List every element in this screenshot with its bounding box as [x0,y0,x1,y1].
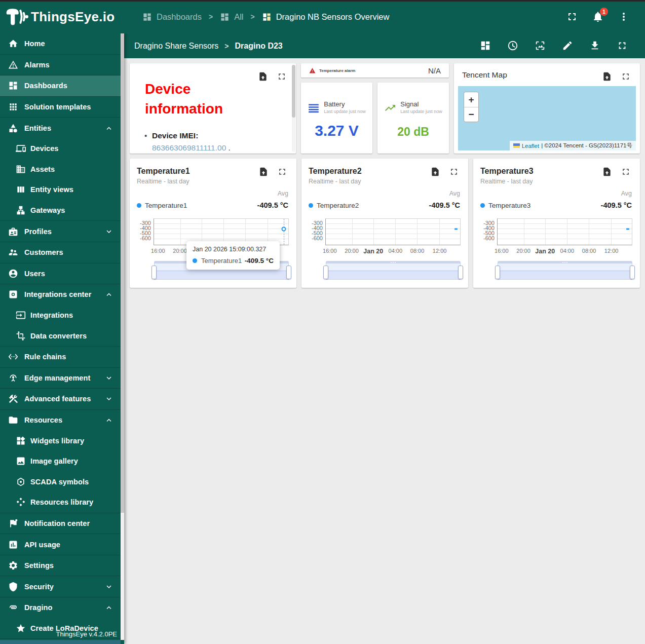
sidebar-item-dragino[interactable]: Dragino [0,597,121,618]
sidebar-item-gateways[interactable]: Gateways [0,200,121,221]
slider-right-handle[interactable] [630,266,635,279]
sidebar-item-data-converters[interactable]: Data converters [0,325,121,346]
breadcrumb-current[interactable]: Dragino NB Sensors Overview [262,12,390,22]
slider-left-handle[interactable] [495,266,500,279]
export-widget-icon[interactable] [602,71,612,82]
sidebar-item-resources-library[interactable]: Resources library [0,492,121,513]
sidebar-item-users[interactable]: Users [0,263,121,284]
chevron-up-icon[interactable] [104,290,113,299]
screenshot-icon[interactable] [535,40,547,52]
expand-widget-icon[interactable] [621,167,631,177]
sidebar-item-label: Rule chains [24,353,66,361]
sidebar-item-solution-templates[interactable]: Solution templates [0,97,121,118]
layouts-icon[interactable] [480,40,492,52]
sidebar-item-customers[interactable]: Customers [0,242,121,263]
widget-scrollbar-thumb[interactable] [292,65,295,118]
chart-legend[interactable]: Temperature1-409.5 °C [137,201,288,209]
export-widget-icon[interactable] [430,167,440,177]
sidebar-item-profiles[interactable]: Profiles [0,221,121,242]
time-range-slider[interactable] [498,261,632,280]
sidebar-scrollbar-thumb[interactable] [121,33,124,513]
x-axis-tick: 12:00 [433,248,447,254]
dashboards-icon [142,12,152,22]
fullscreen-icon[interactable] [617,40,629,52]
sidebar-item-alarms[interactable]: Alarms [0,55,121,75]
x-axis-tick: 20:00 [516,248,530,254]
chart-legend[interactable]: Temperature3-409.5 °C [480,201,632,209]
notifications-icon[interactable]: 1 [592,11,604,23]
thingseye-logo-icon [5,7,28,27]
sidebar-item-entities[interactable]: Entities [0,118,121,138]
data-point[interactable] [454,228,458,230]
expand-widget-icon[interactable] [277,71,287,82]
sidebar-item-devices[interactable]: Devices [0,138,121,159]
dashboard-group-link[interactable]: Dragino Share Sensors [134,42,218,51]
slider-right-handle[interactable] [458,266,463,279]
sidebar-item-rule-chains[interactable]: Rule chains [0,347,121,367]
slider-selected-range[interactable] [326,263,461,280]
zoom-out-button[interactable]: − [464,107,478,122]
sidebar-item-assets[interactable]: Assets [0,159,121,180]
chevron-down-icon[interactable] [104,394,113,403]
expand-widget-icon[interactable] [449,167,459,177]
fullscreen-icon[interactable] [566,11,578,23]
chart-legend[interactable]: Temperature2-409.5 °C [309,201,460,209]
sidebar-item-widgets-library[interactable]: Widgets library [0,430,121,451]
export-widget-icon[interactable] [602,167,612,177]
chevron-down-icon[interactable] [104,373,113,383]
sidebar-item-entity-views[interactable]: Entity views [0,179,121,200]
edit-icon[interactable] [562,40,574,52]
slider-left-handle[interactable] [151,266,157,279]
entity-views-icon [16,184,26,195]
expand-widget-icon[interactable] [621,71,631,82]
x-axis-tick: 20:00 [173,248,187,254]
device-information-widget: Device information Device IMEI: 86366306… [130,63,296,154]
more-vert-icon[interactable] [618,11,630,23]
sidebar-item-resources[interactable]: Resources [0,410,121,431]
chevron-down-icon[interactable] [104,582,113,591]
chart-plot-area[interactable] [497,218,632,245]
sidebar-item-notification-center[interactable]: Notification center [0,513,121,534]
chart-plot-area[interactable] [325,218,461,245]
sidebar-item-label: Home [24,40,45,48]
legend-series-name: Temperature3 [488,202,530,209]
app-logo[interactable]: ThingsEye.io [0,7,124,27]
chevron-up-icon[interactable] [104,603,113,612]
sidebar-item-advanced-features[interactable]: Advanced features [0,389,121,409]
sidebar-hscrollbar[interactable] [0,640,121,644]
gridline [154,234,288,234]
sidebar-item-scada-symbols[interactable]: SCADA symbols [0,471,121,492]
chevron-up-icon[interactable] [104,415,113,425]
breadcrumb-all[interactable]: All [220,12,243,22]
legend-dot-icon [137,203,141,208]
x-axis-tick: 04:00 [389,248,403,254]
map-canvas[interactable]: + − Leaflet | ©2024 Tencent - GS(2023)11… [458,86,636,150]
data-point[interactable] [626,228,629,230]
slider-left-handle[interactable] [323,266,328,279]
chevron-up-icon[interactable] [104,124,113,133]
breadcrumb-dashboards[interactable]: Dashboards [142,12,202,22]
sidebar-scrollbar[interactable] [121,33,124,640]
sidebar-item-integrations[interactable]: Integrations [0,305,121,326]
sidebar-item-api-usage[interactable]: API usage [0,534,121,555]
sidebar-item-dashboards[interactable]: Dashboards [0,75,121,96]
download-icon[interactable] [589,40,601,52]
history-icon[interactable] [507,40,519,52]
sidebar-item-settings[interactable]: Settings [0,555,121,576]
sidebar-item-security[interactable]: Security [0,576,121,597]
time-range-slider[interactable] [326,261,461,280]
sidebar-item-home[interactable]: Home [0,33,121,54]
leaflet-link[interactable]: Leaflet [522,143,540,149]
data-point[interactable] [281,226,286,231]
zoom-in-button[interactable]: + [464,92,478,107]
chevron-down-icon[interactable] [104,227,113,236]
sidebar-item-integrations-center[interactable]: Integrations center [0,284,121,305]
sidebar-item-edge-management[interactable]: Edge management [0,368,121,389]
widget-scrollbar[interactable] [292,65,295,152]
export-widget-icon[interactable] [258,167,269,177]
export-widget-icon[interactable] [258,71,268,82]
sidebar-item-image-gallery[interactable]: Image gallery [0,451,121,472]
slider-right-handle[interactable] [286,266,291,279]
slider-selected-range[interactable] [498,263,632,280]
expand-widget-icon[interactable] [277,167,287,177]
